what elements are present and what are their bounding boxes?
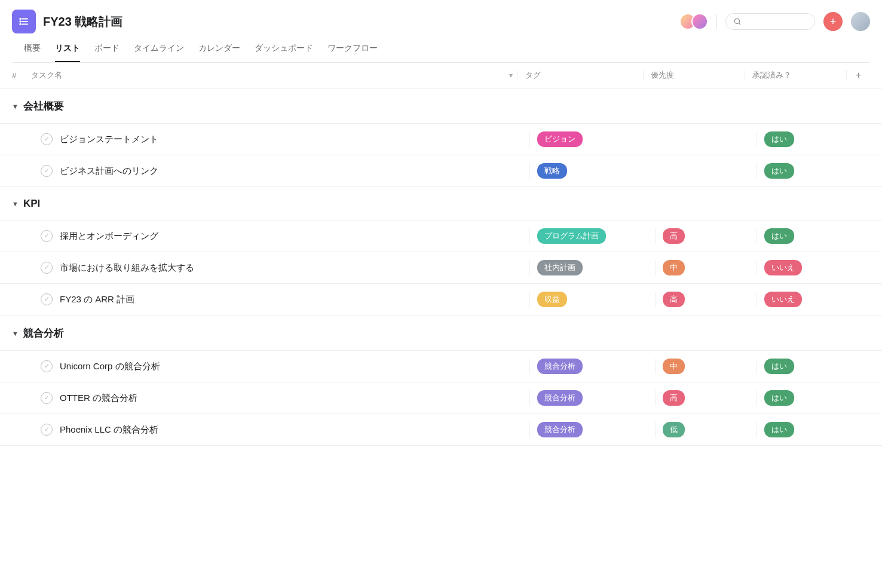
tag-pill[interactable]: 競合分析 bbox=[537, 359, 583, 374]
complete-checkbox[interactable] bbox=[41, 165, 53, 177]
task-row[interactable]: ビジョンステートメントビジョンはい bbox=[0, 123, 882, 155]
cell-priority[interactable]: 中 bbox=[655, 260, 757, 275]
complete-checkbox[interactable] bbox=[41, 360, 53, 372]
svg-point-3 bbox=[20, 19, 21, 20]
tab-6[interactable]: ワークフロー bbox=[327, 43, 378, 62]
cell-tag[interactable]: プログラム計画 bbox=[529, 228, 655, 244]
divider bbox=[716, 14, 717, 29]
priority-pill[interactable]: 低 bbox=[663, 422, 685, 437]
approved-pill[interactable]: いいえ bbox=[764, 292, 802, 307]
section-header[interactable]: ▼競合分析 bbox=[0, 316, 882, 351]
cell-priority[interactable]: 高 bbox=[655, 390, 757, 406]
search-icon bbox=[733, 17, 742, 26]
priority-pill[interactable]: 中 bbox=[663, 260, 685, 275]
task-row[interactable]: ビジネス計画へのリンク戦略はい bbox=[0, 155, 882, 187]
caret-down-icon: ▼ bbox=[12, 103, 19, 110]
cell-approved[interactable]: いいえ bbox=[757, 260, 858, 275]
complete-checkbox[interactable] bbox=[41, 293, 53, 305]
task-name: FY23 の ARR 計画 bbox=[60, 294, 134, 305]
chevron-down-icon[interactable]: ▾ bbox=[509, 71, 513, 79]
column-tag[interactable]: タグ bbox=[517, 70, 643, 81]
approved-pill[interactable]: はい bbox=[764, 390, 794, 406]
tag-pill[interactable]: プログラム計画 bbox=[537, 228, 606, 244]
cell-priority[interactable]: 中 bbox=[655, 359, 757, 374]
priority-pill[interactable]: 高 bbox=[663, 390, 685, 406]
cell-tag[interactable]: 競合分析 bbox=[529, 359, 655, 374]
tag-pill[interactable]: 競合分析 bbox=[537, 390, 583, 406]
cell-tag[interactable]: 競合分析 bbox=[529, 390, 655, 406]
approved-pill[interactable]: はい bbox=[764, 422, 794, 437]
member-avatars[interactable] bbox=[679, 13, 708, 30]
cell-priority[interactable]: 高 bbox=[655, 228, 757, 244]
task-row[interactable]: Unicorn Corp の競合分析競合分析中はい bbox=[0, 350, 882, 382]
section-header[interactable]: ▼会社概要 bbox=[0, 88, 882, 124]
cell-tag[interactable]: ビジョン bbox=[529, 131, 655, 147]
tab-3[interactable]: タイムライン bbox=[134, 43, 184, 62]
approved-pill[interactable]: はい bbox=[764, 359, 794, 374]
complete-checkbox[interactable] bbox=[41, 424, 53, 436]
section-header[interactable]: ▼KPI bbox=[0, 187, 882, 220]
project-title[interactable]: FY23 戦略計画 bbox=[43, 14, 122, 30]
priority-pill[interactable]: 高 bbox=[663, 292, 685, 307]
complete-checkbox[interactable] bbox=[41, 133, 53, 145]
avatar[interactable] bbox=[691, 13, 708, 30]
cell-tag[interactable]: 競合分析 bbox=[529, 422, 655, 437]
tag-pill[interactable]: 社内計画 bbox=[537, 260, 583, 275]
task-name: ビジョンステートメント bbox=[60, 134, 158, 145]
svg-line-7 bbox=[739, 23, 741, 25]
search-input[interactable] bbox=[725, 13, 815, 30]
tab-2[interactable]: ボード bbox=[94, 43, 120, 62]
priority-pill[interactable]: 中 bbox=[663, 359, 685, 374]
task-row[interactable]: FY23 の ARR 計画収益高いいえ bbox=[0, 283, 882, 316]
cell-approved[interactable]: はい bbox=[757, 228, 858, 244]
tab-4[interactable]: カレンダー bbox=[198, 43, 240, 62]
task-name: 採用とオンボーディング bbox=[60, 231, 158, 242]
complete-checkbox[interactable] bbox=[41, 262, 53, 274]
cell-tag[interactable]: 戦略 bbox=[529, 163, 655, 179]
svg-point-4 bbox=[20, 21, 21, 22]
tag-pill[interactable]: 戦略 bbox=[537, 163, 567, 179]
tag-pill[interactable]: 競合分析 bbox=[537, 422, 583, 437]
section-name: 競合分析 bbox=[23, 326, 64, 340]
complete-checkbox[interactable] bbox=[41, 392, 53, 404]
cell-priority[interactable]: 低 bbox=[655, 422, 757, 437]
caret-down-icon: ▼ bbox=[12, 330, 19, 337]
section-name: 会社概要 bbox=[23, 99, 64, 113]
column-priority[interactable]: 優先度 bbox=[643, 70, 745, 81]
approved-pill[interactable]: いいえ bbox=[764, 260, 802, 275]
cell-tag[interactable]: 収益 bbox=[529, 292, 655, 307]
task-name: 市場における取り組みを拡大する bbox=[60, 262, 194, 274]
cell-approved[interactable]: はい bbox=[757, 390, 858, 406]
tag-pill[interactable]: ビジョン bbox=[537, 131, 583, 147]
complete-checkbox[interactable] bbox=[41, 230, 53, 242]
task-row[interactable]: 採用とオンボーディングプログラム計画高はい bbox=[0, 220, 882, 252]
tab-0[interactable]: 概要 bbox=[24, 43, 41, 62]
caret-down-icon: ▼ bbox=[12, 200, 19, 207]
section-name: KPI bbox=[23, 198, 40, 210]
task-row[interactable]: Phoenix LLC の競合分析競合分析低はい bbox=[0, 414, 882, 446]
priority-pill[interactable]: 高 bbox=[663, 228, 685, 244]
cell-approved[interactable]: はい bbox=[757, 163, 858, 179]
project-icon[interactable] bbox=[12, 10, 36, 33]
user-avatar[interactable] bbox=[851, 12, 870, 31]
add-button[interactable]: + bbox=[823, 12, 843, 31]
add-column-button[interactable]: + bbox=[846, 70, 870, 81]
tab-5[interactable]: ダッシュボード bbox=[255, 43, 313, 62]
task-name: OTTER の競合分析 bbox=[60, 393, 137, 404]
column-name[interactable]: タスク名 ▾ bbox=[24, 70, 517, 81]
svg-point-6 bbox=[734, 19, 739, 23]
column-approved[interactable]: 承認済み？ bbox=[745, 70, 846, 81]
approved-pill[interactable]: はい bbox=[764, 131, 794, 147]
cell-priority[interactable]: 高 bbox=[655, 292, 757, 307]
cell-tag[interactable]: 社内計画 bbox=[529, 260, 655, 275]
tag-pill[interactable]: 収益 bbox=[537, 292, 567, 307]
cell-approved[interactable]: はい bbox=[757, 422, 858, 437]
tab-1[interactable]: リスト bbox=[55, 43, 80, 62]
cell-approved[interactable]: いいえ bbox=[757, 292, 858, 307]
task-row[interactable]: 市場における取り組みを拡大する社内計画中いいえ bbox=[0, 252, 882, 284]
approved-pill[interactable]: はい bbox=[764, 163, 794, 179]
approved-pill[interactable]: はい bbox=[764, 228, 794, 244]
task-row[interactable]: OTTER の競合分析競合分析高はい bbox=[0, 382, 882, 414]
cell-approved[interactable]: はい bbox=[757, 359, 858, 374]
cell-approved[interactable]: はい bbox=[757, 131, 858, 147]
